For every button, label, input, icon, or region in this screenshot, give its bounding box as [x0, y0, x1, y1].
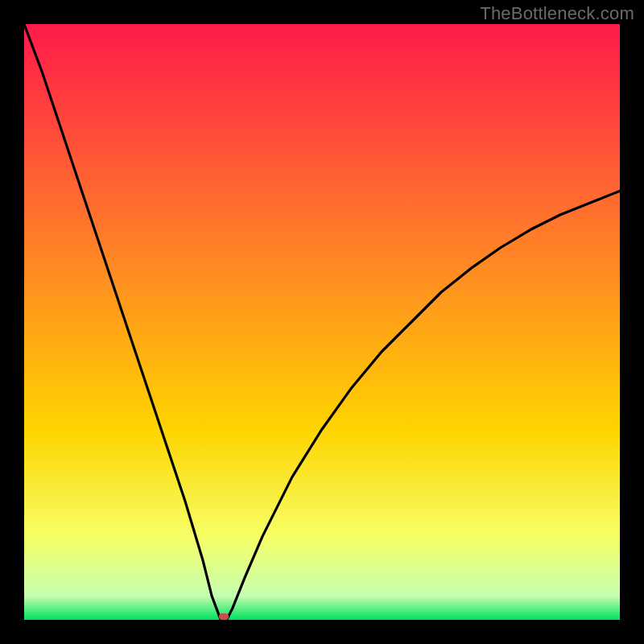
watermark-text: TheBottleneck.com [480, 3, 634, 24]
minimum-marker-icon [219, 613, 229, 620]
plot-area [24, 24, 620, 620]
bottleneck-curve [24, 24, 620, 620]
chart-frame: TheBottleneck.com [0, 0, 644, 644]
